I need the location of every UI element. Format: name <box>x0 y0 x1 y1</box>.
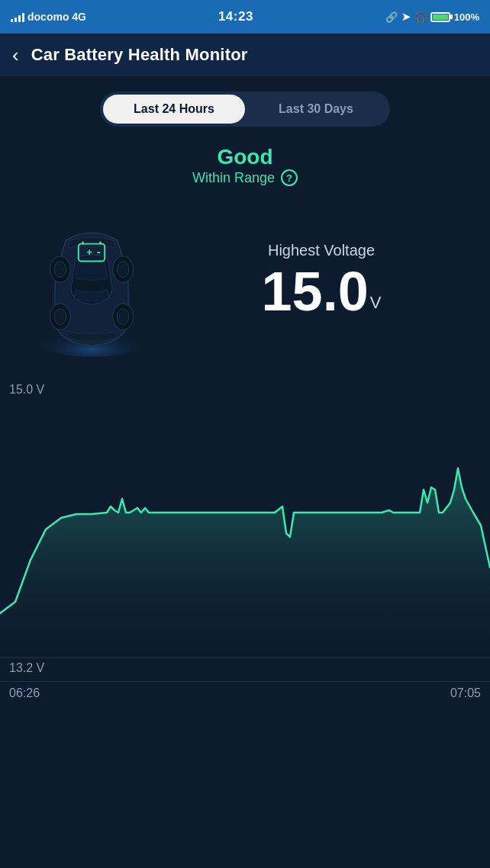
link-icon: 🔗 <box>385 11 398 23</box>
battery-label: 100% <box>454 11 479 23</box>
voltage-info: Highest Voltage 15.0 V <box>168 242 475 334</box>
tab-24h[interactable]: Last 24 Hours <box>103 95 245 124</box>
voltage-label: Highest Voltage <box>168 242 475 259</box>
chart-y-min: 13.2 V <box>0 661 490 675</box>
chart-section: 15.0 V 13.2 V 06:26 <box>0 375 490 700</box>
carrier-label: docomo 4G <box>27 11 86 23</box>
chart-container <box>0 400 490 651</box>
svg-point-4 <box>117 262 128 278</box>
voltage-unit: V <box>370 294 382 311</box>
tab-30d[interactable]: Last 30 Days <box>245 95 387 124</box>
battery-icon <box>430 12 450 22</box>
status-bar: docomo 4G 14:23 🔗 ➤ 🎧 100% <box>0 0 490 34</box>
chart-x-start: 06:26 <box>9 686 40 700</box>
time-label: 14:23 <box>218 9 253 24</box>
svg-point-2 <box>54 262 66 278</box>
svg-point-6 <box>54 309 66 325</box>
main-content: Last 24 Hours Last 30 Days Good Within R… <box>0 76 490 700</box>
tab-container: Last 24 Hours Last 30 Days <box>100 92 390 127</box>
status-left: docomo 4G <box>11 11 86 23</box>
status-condition: Good <box>0 145 490 169</box>
tab-switcher: Last 24 Hours Last 30 Days <box>0 76 490 134</box>
voltage-number: 15.0 <box>262 264 369 319</box>
info-button[interactable]: ? <box>281 169 298 186</box>
page-title: Car Battery Health Monitor <box>31 45 248 65</box>
svg-point-8 <box>117 309 128 325</box>
chart-y-max: 15.0 V <box>0 383 490 397</box>
chart-x-end: 07:05 <box>450 686 481 700</box>
status-section: Good Within Range ? <box>0 134 490 192</box>
svg-text:+: + <box>86 246 92 258</box>
nav-bar: ‹ Car Battery Health Monitor <box>0 34 490 76</box>
car-voltage-section: + - Highest Voltage 15.0 V <box>0 192 490 375</box>
signal-icon <box>11 11 24 22</box>
status-range: Within Range ? <box>0 169 490 186</box>
svg-text:-: - <box>97 245 101 258</box>
location-icon: ➤ <box>401 11 411 23</box>
back-button[interactable]: ‹ <box>12 45 19 65</box>
headphone-icon: 🎧 <box>414 11 427 23</box>
info-icon-label: ? <box>286 172 292 184</box>
voltage-value: 15.0 V <box>168 264 475 319</box>
battery-fill <box>433 14 448 20</box>
status-range-text: Within Range <box>192 170 275 186</box>
chart-x-labels: 06:26 07:05 <box>0 682 490 700</box>
status-right: 🔗 ➤ 🎧 100% <box>385 11 479 23</box>
car-illustration: + - <box>15 204 168 371</box>
chart-divider <box>0 657 490 658</box>
